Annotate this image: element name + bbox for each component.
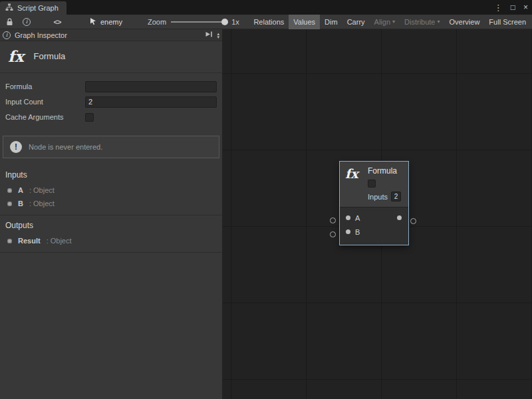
input-count-label: Input Count — [5, 98, 85, 106]
window-controls: ⋮ □ × — [494, 0, 528, 15]
node-port-row-b: B — [340, 225, 408, 239]
panel-scroll-stepper[interactable]: ▴ ▾ — [217, 32, 219, 39]
outputs-section-header: Outputs — [0, 215, 222, 234]
inspector-info-icon: i — [3, 31, 11, 39]
toolbar-buttons: Relations Values Dim Carry Align ▾ Distr… — [249, 15, 531, 29]
dim-button[interactable]: Dim — [320, 15, 342, 29]
output-port-result: Result : Object — [0, 234, 222, 247]
code-icon[interactable]: <> — [51, 15, 64, 29]
input-count-input[interactable] — [85, 96, 217, 108]
dock-icon[interactable] — [205, 31, 213, 39]
node-port-a-label: A — [355, 214, 360, 222]
section-divider — [0, 252, 222, 253]
script-graph-icon — [5, 3, 13, 13]
input-port-a: A : Object — [0, 184, 222, 197]
graph-inspector-panel: i Graph Inspector ▴ ▾ fx — [0, 29, 223, 399]
input-count-field-row: Input Count — [5, 96, 217, 108]
zoom-control: Zoom 1x — [148, 18, 239, 26]
formula-input[interactable] — [85, 81, 217, 92]
port-dot-icon — [7, 239, 12, 243]
zoom-value: 1x — [231, 18, 239, 26]
formula-field-label: Formula — [5, 82, 85, 90]
warning-icon: ! — [10, 141, 22, 153]
warning-text: Node is never entered. — [29, 143, 102, 151]
fx-icon: fx — [8, 49, 24, 64]
warning-box: ! Node is never entered. — [3, 136, 219, 158]
unit-title-block: fx Formula — [0, 41, 222, 73]
port-dot-icon — [7, 188, 12, 193]
inspector-header-title: Graph Inspector — [15, 31, 67, 39]
cache-arguments-row: Cache Arguments — [5, 111, 217, 123]
script-graph-window: Script Graph ⋮ □ × i <> enemy — [0, 0, 532, 399]
formula-node[interactable]: fx Formula Inputs 2 A — [339, 161, 409, 245]
node-port-b-label: B — [355, 228, 360, 236]
tab-strip: Script Graph ⋮ □ × — [0, 0, 532, 15]
carry-button[interactable]: Carry — [342, 15, 370, 29]
fullscreen-button[interactable]: Full Screen — [484, 15, 531, 29]
port-dot-icon — [7, 201, 12, 206]
relations-button[interactable]: Relations — [249, 15, 289, 29]
external-port-ring-b[interactable] — [330, 231, 336, 237]
graph-toolbar: i <> enemy Zoom 1x Relations Values — [0, 15, 532, 29]
values-button[interactable]: Values — [289, 15, 320, 29]
scroll-down-icon[interactable]: ▾ — [217, 35, 219, 39]
maximize-icon[interactable]: □ — [511, 3, 515, 11]
window-menu-icon[interactable]: ⋮ — [494, 3, 503, 12]
inputs-section-header: Inputs — [0, 165, 222, 184]
formula-node-header[interactable]: fx Formula Inputs 2 — [340, 162, 408, 207]
zoom-slider[interactable] — [171, 21, 227, 23]
graph-canvas[interactable]: fx Formula Inputs 2 A — [223, 29, 532, 399]
node-formula-checkbox[interactable] — [368, 180, 376, 188]
chevron-down-icon: ▾ — [392, 19, 395, 25]
formula-field-row: Formula — [5, 80, 217, 92]
output-port-result-icon[interactable] — [397, 215, 402, 220]
input-port-b-icon[interactable] — [346, 229, 350, 234]
tab-script-graph[interactable]: Script Graph — [0, 1, 66, 15]
unit-title: Formula — [34, 51, 66, 61]
align-dropdown[interactable]: Align ▾ — [370, 15, 400, 29]
node-inputs-row: Inputs 2 — [368, 192, 401, 201]
inspector-header: i Graph Inspector ▴ ▾ — [0, 29, 222, 41]
tab-label: Script Graph — [17, 4, 59, 12]
external-port-ring-a[interactable] — [330, 217, 336, 223]
fx-icon: fx — [345, 167, 368, 201]
chevron-down-icon: ▾ — [438, 19, 440, 25]
node-inputs-label: Inputs — [368, 193, 388, 201]
zoom-label: Zoom — [148, 18, 166, 26]
inspector-fields: Formula Input Count Cache Arguments — [0, 73, 222, 128]
info-icon[interactable]: i — [20, 15, 33, 29]
cache-arguments-checkbox[interactable] — [85, 113, 94, 122]
lock-icon[interactable] — [3, 15, 16, 29]
distribute-dropdown[interactable]: Distribute ▾ — [400, 15, 444, 29]
close-icon[interactable]: × — [523, 3, 528, 11]
main-area: i Graph Inspector ▴ ▾ fx — [0, 29, 532, 399]
node-input-count-field[interactable]: 2 — [391, 192, 401, 201]
machine-pointer-icon — [89, 17, 97, 27]
graph-name-label: enemy — [100, 18, 122, 26]
input-port-b: B : Object — [0, 197, 222, 210]
graph-reference[interactable]: enemy — [89, 17, 122, 27]
formula-node-body: A B — [340, 207, 408, 245]
overview-button[interactable]: Overview — [445, 15, 485, 29]
node-title: Formula — [368, 167, 401, 176]
input-port-a-icon[interactable] — [346, 215, 350, 220]
external-port-ring-result[interactable] — [410, 218, 416, 224]
zoom-slider-handle[interactable] — [221, 19, 228, 25]
node-port-row-a: A — [340, 211, 408, 225]
cache-arguments-label: Cache Arguments — [5, 113, 85, 121]
